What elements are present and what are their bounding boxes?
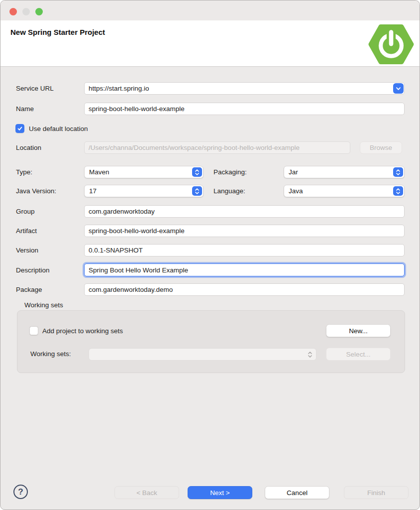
spring-boot-logo-icon xyxy=(368,24,414,64)
group-label: Group xyxy=(16,208,35,215)
add-to-working-sets-label: Add project to working sets xyxy=(42,327,123,335)
packaging-select-value: Jar xyxy=(289,168,298,176)
dialog-header: New Spring Starter Project xyxy=(0,20,420,67)
next-button[interactable]: Next > xyxy=(188,486,252,499)
minimize-button[interactable] xyxy=(22,8,30,15)
version-label: Version xyxy=(16,247,38,254)
use-default-location-checkbox[interactable] xyxy=(15,124,24,133)
language-select[interactable]: Java xyxy=(284,185,405,197)
type-select-value: Maven xyxy=(89,168,109,176)
description-label: Description xyxy=(16,266,50,274)
language-select-value: Java xyxy=(289,187,303,195)
use-default-location-label: Use default location xyxy=(29,125,88,132)
description-input[interactable] xyxy=(84,263,405,276)
cancel-button[interactable]: Cancel xyxy=(265,486,329,499)
name-label: Name xyxy=(16,105,34,113)
add-to-working-sets-checkbox[interactable] xyxy=(29,326,38,335)
chevron-up-down-icon xyxy=(192,186,202,196)
chevron-up-down-icon xyxy=(192,167,202,177)
back-button: < Back xyxy=(114,486,179,499)
chevron-down-icon xyxy=(396,87,401,91)
chevron-up-down-icon xyxy=(393,186,403,196)
location-input xyxy=(84,141,350,154)
finish-button: Finish xyxy=(344,486,409,499)
working-sets-group-box xyxy=(17,310,405,373)
packaging-label: Packaging: xyxy=(213,168,247,176)
language-label: Language: xyxy=(213,187,245,195)
artifact-label: Artifact xyxy=(16,227,37,235)
new-working-set-button[interactable]: New... xyxy=(326,324,391,337)
page-title: New Spring Starter Project xyxy=(10,28,105,36)
chevron-up-down-icon xyxy=(305,350,315,359)
select-working-sets-button: Select... xyxy=(326,348,391,361)
type-label: Type: xyxy=(16,168,32,176)
working-sets-dropdown xyxy=(89,348,316,361)
new-spring-starter-project-dialog: New Spring Starter Project Service URL N… xyxy=(0,0,420,510)
java-version-select[interactable]: 17 xyxy=(84,185,204,197)
package-label: Package xyxy=(16,286,42,293)
service-url-label: Service URL xyxy=(16,85,54,92)
close-button[interactable] xyxy=(9,8,17,15)
browse-button: Browse xyxy=(360,141,402,154)
type-select[interactable]: Maven xyxy=(84,166,204,178)
service-url-dropdown-button[interactable] xyxy=(393,83,404,94)
chevron-up-down-icon xyxy=(393,167,403,177)
help-button[interactable]: ? xyxy=(13,485,28,499)
version-input[interactable] xyxy=(84,244,405,256)
location-label: Location xyxy=(16,144,41,151)
working-sets-dropdown-label: Working sets: xyxy=(30,350,71,358)
package-input[interactable] xyxy=(84,283,405,296)
packaging-select[interactable]: Jar xyxy=(284,166,405,178)
working-sets-group-title: Working sets xyxy=(24,301,63,309)
zoom-button[interactable] xyxy=(35,8,43,15)
name-input[interactable] xyxy=(84,103,405,115)
group-input[interactable] xyxy=(84,205,405,218)
artifact-input[interactable] xyxy=(84,225,405,237)
java-version-select-value: 17 xyxy=(89,187,97,195)
titlebar xyxy=(0,0,420,20)
service-url-input[interactable] xyxy=(84,82,405,95)
java-version-label: Java Version: xyxy=(16,187,56,195)
checkmark-icon xyxy=(17,126,23,131)
